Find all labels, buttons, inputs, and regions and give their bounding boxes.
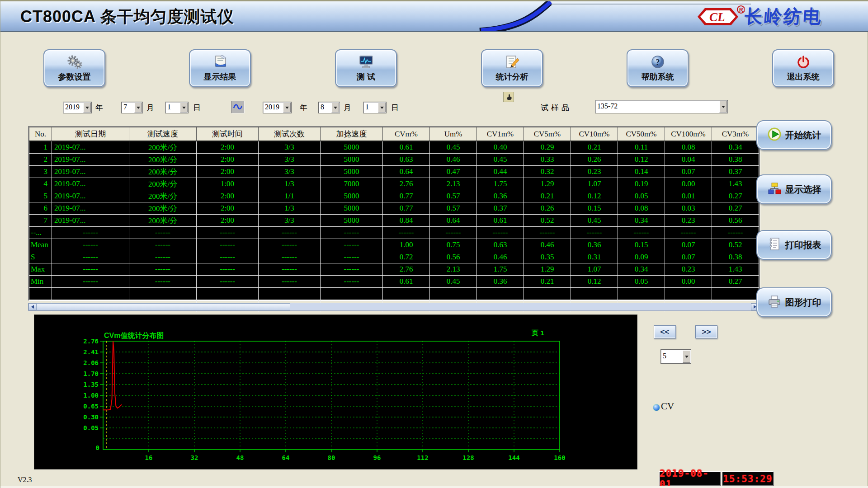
table-cell: 0.36 — [571, 239, 618, 251]
table-cell — [477, 288, 524, 300]
table-row[interactable]: 72019-07...200米/分2:003/350000.840.640.61… — [29, 215, 759, 227]
prev-page-button[interactable]: << — [654, 325, 676, 338]
table-cell: ------ — [618, 227, 665, 239]
table-cell: 0.46 — [430, 154, 477, 166]
result-document-icon — [212, 54, 228, 70]
table-row[interactable]: 22019-07...200米/分2:003/350000.630.460.45… — [29, 154, 759, 166]
start-month-dropdown-arrow[interactable] — [134, 103, 142, 113]
table-row[interactable]: 62019-07...200米/分2:001/350000.770.570.37… — [29, 202, 759, 215]
page-size-select[interactable]: 5 — [660, 349, 691, 364]
table-cell: ------ — [52, 263, 129, 276]
table-cell: 1:00 — [197, 178, 259, 190]
table-cell: 0.26 — [571, 154, 618, 166]
table-cell: Mean — [29, 239, 52, 251]
table-cell: 0.21 — [524, 190, 571, 202]
column-header: 测试时间 — [197, 127, 259, 141]
table-cell: ------ — [259, 263, 321, 276]
show-results-button-label: 显示结果 — [204, 71, 236, 82]
start-year-dropdown-arrow[interactable] — [83, 103, 91, 113]
table-row[interactable]: 12019-07...200米/分2:003/350000.610.450.40… — [29, 141, 759, 154]
start-year-select[interactable]: 2019 — [63, 102, 92, 113]
print-graph-label: 图形打印 — [785, 296, 821, 309]
column-header: 测试次数 — [259, 127, 321, 141]
end-year-select[interactable]: 2019 — [263, 102, 292, 113]
help-button[interactable]: ? 帮助系统 — [627, 49, 689, 87]
table-cell: ------ — [321, 263, 383, 276]
table-cell: 0.09 — [618, 251, 665, 263]
cv-sphere-icon[interactable] — [653, 404, 660, 411]
results-table[interactable]: No.测试日期测试速度测试时间测试次数加捻速度CVm%Um%CV1m%CV5m%… — [29, 127, 759, 312]
table-cell: 0.61 — [383, 141, 430, 154]
exit-button[interactable]: 退出系统 — [772, 49, 834, 87]
test-button[interactable]: 测 试 — [335, 49, 397, 87]
table-cell: 1.29 — [524, 178, 571, 190]
bottom-edge — [0, 486, 868, 488]
end-month-dropdown-arrow[interactable] — [331, 103, 339, 113]
table-cell — [321, 288, 383, 300]
end-year-dropdown-arrow[interactable] — [283, 103, 291, 113]
table-cell: 0.63 — [383, 154, 430, 166]
table-row[interactable]: Mean------------------------------1.000.… — [29, 239, 759, 251]
svg-text:CL: CL — [709, 10, 725, 24]
table-row[interactable]: S------------------------------0.720.560… — [29, 251, 759, 263]
table-cell: 200米/分 — [129, 190, 197, 202]
svg-text:R: R — [739, 7, 743, 13]
table-cell: 2:00 — [197, 215, 259, 227]
page-size-arrow[interactable] — [683, 350, 690, 363]
table-cell: 0.35 — [524, 251, 571, 263]
table-cell: 1.75 — [477, 263, 524, 276]
table-cell: ------ — [477, 227, 524, 239]
table-row[interactable]: --...-----------------------------------… — [29, 227, 759, 239]
results-table-container: No.测试日期测试速度测试时间测试次数加捻速度CVm%Um%CV1m%CV5m%… — [28, 126, 760, 301]
table-row[interactable]: Min------------------------------0.610.4… — [29, 276, 759, 288]
table-cell: 0.32 — [524, 166, 571, 178]
table-cell: 200米/分 — [129, 215, 197, 227]
table-cell: 1/1 — [259, 190, 321, 202]
table-row[interactable]: Max------------------------------2.762.1… — [29, 263, 759, 276]
end-month-value: 8 — [321, 103, 324, 111]
table-row[interactable]: 42019-07...200米/分1:001/370002.762.131.75… — [29, 178, 759, 190]
table-cell: ------ — [259, 227, 321, 239]
start-month-select[interactable]: 7 — [121, 102, 143, 113]
table-cell — [383, 288, 430, 300]
table-row[interactable]: 52019-07...200米/分2:001/150000.770.570.36… — [29, 190, 759, 202]
scroll-left-arrow-icon[interactable] — [28, 303, 37, 310]
led-date-display: 2019-08-01 — [659, 471, 721, 486]
table-cell: 2019-07... — [52, 141, 129, 154]
display-select-button[interactable]: 显示选择 — [756, 174, 832, 204]
column-header: Um% — [430, 127, 477, 141]
table-cell: 0.61 — [383, 276, 430, 288]
stats-analysis-button[interactable]: 统计分析 — [481, 49, 543, 87]
end-day-select[interactable]: 1 — [363, 102, 387, 113]
sample-combo-arrow[interactable] — [719, 101, 727, 113]
table-cell: 0.05 — [618, 276, 665, 288]
table-cell: 0.27 — [712, 190, 759, 202]
start-statistics-button[interactable]: 开始统计 — [756, 120, 832, 150]
table-cell: 0.45 — [430, 141, 477, 154]
end-day-dropdown-arrow[interactable] — [378, 103, 386, 113]
print-report-button[interactable]: 打印报表 — [756, 230, 832, 260]
next-page-button[interactable]: >> — [695, 325, 717, 338]
sample-combo-value: 135-72 — [597, 102, 618, 110]
table-cell: 0.84 — [383, 215, 430, 227]
table-row — [29, 288, 759, 300]
table-cell: 5000 — [321, 154, 383, 166]
table-horizontal-scrollbar[interactable] — [28, 303, 760, 311]
report-document-icon — [767, 237, 782, 253]
table-cell: 5000 — [321, 166, 383, 178]
print-graph-button[interactable]: 图形打印 — [756, 287, 832, 317]
table-cell: Max — [29, 263, 52, 276]
table-row[interactable]: 32019-07...200米/分2:003/350000.640.470.44… — [29, 166, 759, 178]
table-cell: ------ — [321, 276, 383, 288]
exit-button-label: 退出系统 — [787, 71, 820, 82]
table-cell: 0.12 — [571, 276, 618, 288]
end-month-select[interactable]: 8 — [318, 102, 340, 113]
params-button[interactable]: 参数设置 — [43, 49, 105, 87]
start-day-select[interactable]: 1 — [165, 102, 189, 113]
stats-analysis-button-label: 统计分析 — [496, 71, 528, 82]
sample-combo[interactable]: 135-72 — [595, 100, 728, 113]
start-day-dropdown-arrow[interactable] — [180, 103, 188, 113]
show-results-button[interactable]: 显示结果 — [189, 49, 251, 87]
scrollbar-thumb[interactable] — [36, 303, 290, 310]
column-header: 测试速度 — [129, 127, 197, 141]
